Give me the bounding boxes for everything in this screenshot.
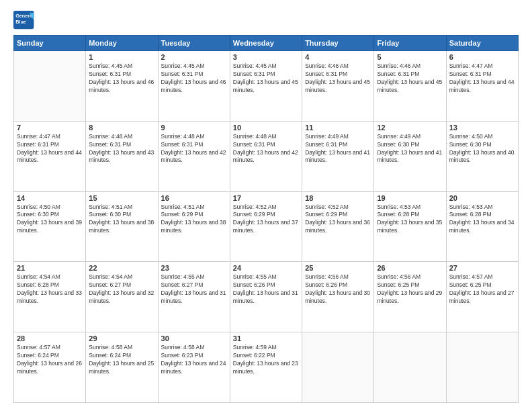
day-info: Sunrise: 4:49 AM Sunset: 6:30 PM Dayligh… — [377, 133, 443, 165]
day-info: Sunrise: 4:58 AM Sunset: 6:24 PM Dayligh… — [89, 344, 154, 376]
day-number: 26 — [377, 264, 443, 272]
day-number: 7 — [17, 124, 83, 132]
calendar-cell — [14, 51, 86, 122]
calendar-cell: 18 Sunrise: 4:52 AM Sunset: 6:29 PM Dayl… — [302, 191, 374, 262]
day-info: Sunrise: 4:48 AM Sunset: 6:31 PM Dayligh… — [161, 133, 227, 165]
day-info: Sunrise: 4:49 AM Sunset: 6:31 PM Dayligh… — [305, 133, 371, 165]
calendar-cell: 29 Sunrise: 4:58 AM Sunset: 6:24 PM Dayl… — [86, 332, 158, 403]
calendar-cell: 28 Sunrise: 4:57 AM Sunset: 6:24 PM Dayl… — [14, 332, 86, 403]
day-header: Thursday — [302, 36, 374, 51]
day-number: 17 — [233, 194, 299, 202]
day-info: Sunrise: 4:56 AM Sunset: 6:25 PM Dayligh… — [377, 273, 443, 306]
day-info: Sunrise: 4:46 AM Sunset: 6:31 PM Dayligh… — [305, 62, 371, 95]
day-number: 23 — [161, 264, 227, 272]
day-info: Sunrise: 4:54 AM Sunset: 6:28 PM Dayligh… — [17, 273, 83, 306]
day-number: 24 — [233, 264, 299, 272]
calendar-cell: 5 Sunrise: 4:46 AM Sunset: 6:31 PM Dayli… — [374, 51, 446, 122]
day-info: Sunrise: 4:56 AM Sunset: 6:26 PM Dayligh… — [305, 273, 371, 306]
day-info: Sunrise: 4:54 AM Sunset: 6:27 PM Dayligh… — [89, 273, 154, 306]
day-number: 22 — [89, 264, 154, 272]
day-number: 9 — [161, 124, 227, 132]
day-number: 19 — [377, 194, 443, 202]
day-number: 1 — [89, 53, 154, 61]
calendar-cell: 12 Sunrise: 4:49 AM Sunset: 6:30 PM Dayl… — [374, 121, 446, 191]
calendar-cell: 14 Sunrise: 4:50 AM Sunset: 6:30 PM Dayl… — [14, 191, 86, 262]
calendar-cell: 19 Sunrise: 4:53 AM Sunset: 6:28 PM Dayl… — [374, 191, 446, 262]
calendar-cell: 30 Sunrise: 4:58 AM Sunset: 6:23 PM Dayl… — [158, 332, 230, 403]
calendar-cell: 11 Sunrise: 4:49 AM Sunset: 6:31 PM Dayl… — [302, 121, 374, 191]
calendar-cell: 13 Sunrise: 4:50 AM Sunset: 6:30 PM Dayl… — [446, 121, 518, 191]
calendar-cell: 26 Sunrise: 4:56 AM Sunset: 6:25 PM Dayl… — [374, 262, 446, 332]
day-number: 29 — [89, 334, 154, 342]
calendar-cell: 17 Sunrise: 4:52 AM Sunset: 6:29 PM Dayl… — [230, 191, 302, 262]
svg-text:Blue: Blue — [15, 19, 26, 25]
day-number: 13 — [449, 124, 515, 132]
day-number: 11 — [305, 124, 371, 132]
day-number: 25 — [305, 264, 371, 272]
day-info: Sunrise: 4:51 AM Sunset: 6:30 PM Dayligh… — [89, 203, 154, 236]
day-header: Friday — [374, 36, 446, 51]
day-number: 27 — [449, 264, 515, 272]
calendar-cell: 3 Sunrise: 4:45 AM Sunset: 6:31 PM Dayli… — [230, 51, 302, 122]
day-info: Sunrise: 4:48 AM Sunset: 6:31 PM Dayligh… — [89, 133, 154, 165]
day-info: Sunrise: 4:45 AM Sunset: 6:31 PM Dayligh… — [233, 62, 299, 95]
day-info: Sunrise: 4:58 AM Sunset: 6:23 PM Dayligh… — [161, 344, 227, 376]
day-header: Tuesday — [158, 36, 230, 51]
calendar-cell: 6 Sunrise: 4:47 AM Sunset: 6:31 PM Dayli… — [446, 51, 518, 122]
calendar-cell — [446, 332, 518, 403]
day-number: 6 — [449, 53, 515, 61]
day-number: 28 — [17, 334, 83, 342]
day-number: 21 — [17, 264, 83, 272]
calendar-cell: 31 Sunrise: 4:59 AM Sunset: 6:22 PM Dayl… — [230, 332, 302, 403]
calendar-cell: 23 Sunrise: 4:55 AM Sunset: 6:27 PM Dayl… — [158, 262, 230, 332]
day-info: Sunrise: 4:50 AM Sunset: 6:30 PM Dayligh… — [449, 133, 515, 165]
calendar-cell: 15 Sunrise: 4:51 AM Sunset: 6:30 PM Dayl… — [86, 191, 158, 262]
calendar-cell: 1 Sunrise: 4:45 AM Sunset: 6:31 PM Dayli… — [86, 51, 158, 122]
day-number: 10 — [233, 124, 299, 132]
calendar-cell: 21 Sunrise: 4:54 AM Sunset: 6:28 PM Dayl… — [14, 262, 86, 332]
day-number: 12 — [377, 124, 443, 132]
day-number: 14 — [17, 194, 83, 202]
day-header: Saturday — [446, 36, 518, 51]
day-header: Monday — [86, 36, 158, 51]
day-info: Sunrise: 4:52 AM Sunset: 6:29 PM Dayligh… — [305, 203, 371, 236]
day-number: 31 — [233, 334, 299, 342]
day-info: Sunrise: 4:45 AM Sunset: 6:31 PM Dayligh… — [161, 62, 227, 95]
day-number: 18 — [305, 194, 371, 202]
day-header: Sunday — [14, 36, 86, 51]
calendar-cell: 16 Sunrise: 4:51 AM Sunset: 6:29 PM Dayl… — [158, 191, 230, 262]
day-info: Sunrise: 4:55 AM Sunset: 6:26 PM Dayligh… — [233, 273, 299, 306]
calendar-cell: 9 Sunrise: 4:48 AM Sunset: 6:31 PM Dayli… — [158, 121, 230, 191]
day-number: 20 — [449, 194, 515, 202]
calendar-cell: 22 Sunrise: 4:54 AM Sunset: 6:27 PM Dayl… — [86, 262, 158, 332]
day-info: Sunrise: 4:53 AM Sunset: 6:28 PM Dayligh… — [377, 203, 443, 236]
calendar-cell: 25 Sunrise: 4:56 AM Sunset: 6:26 PM Dayl… — [302, 262, 374, 332]
day-info: Sunrise: 4:53 AM Sunset: 6:28 PM Dayligh… — [449, 203, 515, 236]
calendar-cell: 27 Sunrise: 4:57 AM Sunset: 6:25 PM Dayl… — [446, 262, 518, 332]
day-number: 4 — [305, 53, 371, 61]
calendar-cell: 7 Sunrise: 4:47 AM Sunset: 6:31 PM Dayli… — [14, 121, 86, 191]
day-info: Sunrise: 4:50 AM Sunset: 6:30 PM Dayligh… — [17, 203, 83, 236]
day-info: Sunrise: 4:46 AM Sunset: 6:31 PM Dayligh… — [377, 62, 443, 95]
calendar-cell — [374, 332, 446, 403]
day-info: Sunrise: 4:48 AM Sunset: 6:31 PM Dayligh… — [233, 133, 299, 165]
calendar-cell: 10 Sunrise: 4:48 AM Sunset: 6:31 PM Dayl… — [230, 121, 302, 191]
day-info: Sunrise: 4:57 AM Sunset: 6:24 PM Dayligh… — [17, 344, 83, 376]
day-info: Sunrise: 4:57 AM Sunset: 6:25 PM Dayligh… — [449, 273, 515, 306]
day-info: Sunrise: 4:52 AM Sunset: 6:29 PM Dayligh… — [233, 203, 299, 236]
logo-icon: General Blue — [13, 11, 35, 30]
day-info: Sunrise: 4:45 AM Sunset: 6:31 PM Dayligh… — [89, 62, 154, 95]
logo: General Blue — [13, 11, 35, 30]
day-number: 2 — [161, 53, 227, 61]
calendar-cell — [302, 332, 374, 403]
day-info: Sunrise: 4:47 AM Sunset: 6:31 PM Dayligh… — [449, 62, 515, 95]
day-number: 5 — [377, 53, 443, 61]
day-info: Sunrise: 4:51 AM Sunset: 6:29 PM Dayligh… — [161, 203, 227, 236]
day-number: 16 — [161, 194, 227, 202]
header: General Blue — [13, 11, 519, 30]
day-number: 8 — [89, 124, 154, 132]
calendar-cell: 4 Sunrise: 4:46 AM Sunset: 6:31 PM Dayli… — [302, 51, 374, 122]
calendar-cell: 2 Sunrise: 4:45 AM Sunset: 6:31 PM Dayli… — [158, 51, 230, 122]
day-info: Sunrise: 4:55 AM Sunset: 6:27 PM Dayligh… — [161, 273, 227, 306]
day-info: Sunrise: 4:47 AM Sunset: 6:31 PM Dayligh… — [17, 133, 83, 165]
